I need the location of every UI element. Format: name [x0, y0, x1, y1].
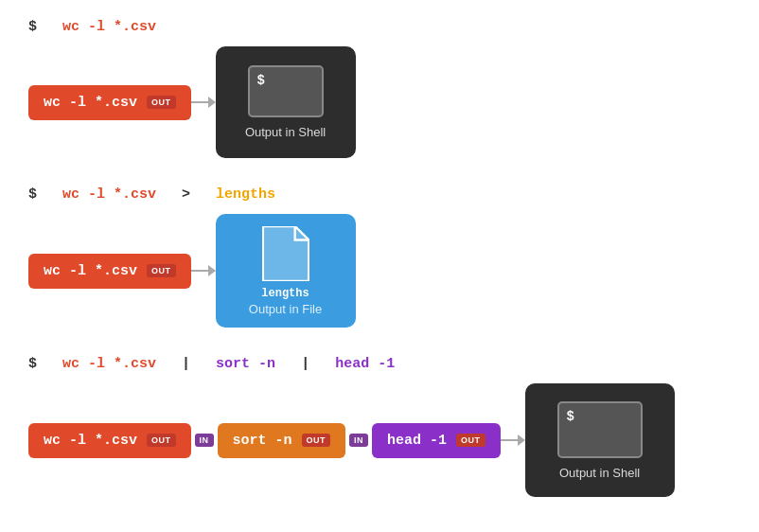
- section-2: $ wc -l *.csv > lengths wc -l *.csv OUT …: [28, 186, 731, 328]
- cmd-text-3c: head -1: [335, 356, 395, 372]
- pill-text-2: wc -l *.csv: [44, 263, 137, 279]
- flow-row-3: wc -l *.csv OUT IN sort -n OUT IN head -…: [28, 383, 731, 497]
- file-output-label: Output in File: [249, 302, 322, 316]
- cmd-pill-1: wc -l *.csv OUT: [28, 85, 191, 120]
- cmd-text-3a: wc -l *.csv: [62, 356, 156, 372]
- section-3: $ wc -l *.csv | sort -n | head -1 wc -l …: [28, 356, 731, 497]
- pill-text-3c: head -1: [387, 433, 447, 449]
- cmd-text-2: wc -l *.csv: [62, 186, 156, 203]
- out-badge-3b: OUT: [302, 434, 331, 447]
- pipe-1: |: [182, 356, 190, 372]
- out-badge-2: OUT: [147, 264, 176, 277]
- cmd-text-1: wc -l *.csv: [62, 19, 156, 35]
- cmd-line-2: $ wc -l *.csv > lengths: [28, 186, 731, 203]
- section-1: $ wc -l *.csv wc -l *.csv OUT $ Output i…: [28, 19, 731, 158]
- cmd-pill-2: wc -l *.csv OUT: [28, 254, 191, 289]
- file-output-2: lengths Output in File: [216, 214, 356, 328]
- connector-2: [191, 265, 216, 276]
- redirect-sign: >: [182, 186, 190, 203]
- pill-text-3b: sort -n: [233, 433, 292, 449]
- shell-dollar-1: $: [257, 73, 265, 88]
- connector-1: [191, 97, 216, 108]
- out-badge-3a: OUT: [147, 434, 176, 447]
- shell-dollar-3: $: [567, 409, 574, 424]
- cmd-pill-3b: sort -n OUT: [218, 423, 346, 458]
- shell-output-3: $ Output in Shell: [525, 383, 675, 497]
- filename-text: lengths: [216, 186, 275, 203]
- cmd-pill-3c: head -1 OUT: [372, 423, 501, 458]
- shell-label-3: Output in Shell: [559, 466, 640, 480]
- in-badge-3a: IN: [195, 434, 214, 447]
- file-icon: [262, 226, 309, 281]
- cmd-line-1: $ wc -l *.csv: [28, 19, 731, 35]
- cmd-line-3: $ wc -l *.csv | sort -n | head -1: [28, 356, 731, 372]
- shell-screen-3: $: [557, 401, 643, 458]
- shell-output-1: $ Output in Shell: [216, 46, 356, 158]
- flow-row-2: wc -l *.csv OUT lengths Output in File: [28, 214, 731, 328]
- cmd-pill-3a: wc -l *.csv OUT: [28, 423, 191, 458]
- in-badge-3b: IN: [349, 434, 368, 447]
- shell-screen-1: $: [248, 65, 324, 117]
- dollar-sign-2: $: [28, 186, 37, 203]
- dollar-sign-3: $: [28, 356, 37, 372]
- pipe-2: |: [301, 356, 309, 372]
- dollar-sign: $: [28, 19, 37, 35]
- pill-text-1: wc -l *.csv: [44, 95, 137, 111]
- shell-label-1: Output in Shell: [245, 125, 326, 139]
- connector-3: [501, 434, 525, 446]
- cmd-text-3b: sort -n: [216, 356, 275, 372]
- pill-text-3a: wc -l *.csv: [44, 433, 137, 449]
- file-name-label: lengths: [261, 287, 309, 300]
- out-badge-1: OUT: [147, 96, 176, 109]
- out-badge-3c: OUT: [456, 434, 485, 447]
- flow-row-1: wc -l *.csv OUT $ Output in Shell: [28, 46, 731, 158]
